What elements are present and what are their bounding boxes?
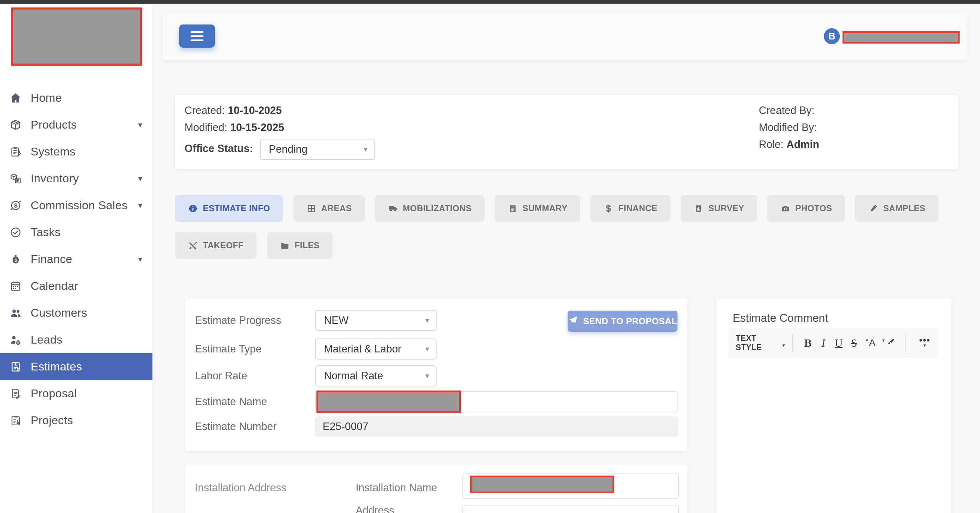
estimate-tabs-row-1: ESTIMATE INFOAREASMOBILIZATIONSSUMMARY$F…	[175, 195, 939, 222]
chevron-down-icon: ▾	[924, 343, 926, 348]
created-by: Created By:	[759, 105, 817, 117]
chevron-down-icon: ▾	[138, 120, 142, 130]
chevron-down-icon: ▾	[782, 342, 785, 348]
bold-button[interactable]: B	[800, 337, 816, 349]
labor-rate-select[interactable]: Normal Rate ▾	[315, 365, 437, 386]
text-style-button[interactable]: TEXT STYLE▾	[736, 334, 785, 352]
address-input[interactable]: 53 Madison Avenue	[463, 505, 679, 513]
sidebar-item-customers[interactable]: Customers	[0, 299, 153, 326]
sidebar-item-label: Projects	[30, 414, 73, 427]
estimate-name-input[interactable]	[315, 391, 678, 412]
sidebar-item-label: Tasks	[30, 226, 60, 239]
projects-clipboard-icon	[9, 414, 22, 427]
mobilizations-truck-icon	[388, 203, 398, 214]
installation-address-card: Installation Address Installation Name A…	[185, 465, 687, 513]
sidebar-item-projects[interactable]: Projects	[0, 407, 153, 434]
sidebar-item-home[interactable]: Home	[0, 84, 153, 111]
sidebar-item-label: Customers	[30, 306, 87, 319]
sidebar-item-label: Calendar	[30, 279, 78, 292]
chevron-down-icon: ▾	[882, 337, 885, 343]
font-color-button[interactable]: ▾A	[862, 337, 880, 349]
company-logo-redacted	[11, 8, 142, 66]
tab-label: TAKEOFF	[203, 240, 243, 250]
customers-users-icon	[9, 306, 22, 320]
installation-address-section-label: Installation Address	[195, 482, 286, 494]
dollar-char-icon: $	[603, 203, 614, 214]
topbar: B	[163, 14, 968, 60]
sidebar-item-estimates[interactable]: $Estimates	[0, 353, 153, 380]
sidebar-item-label: Systems	[30, 145, 76, 158]
installation-name-input[interactable]	[463, 473, 679, 499]
tab-label: SAMPLES	[883, 203, 925, 213]
tab-samples[interactable]: SAMPLES	[855, 195, 938, 222]
chevron-down-icon: ▾	[138, 201, 142, 210]
tab-areas[interactable]: AREAS	[293, 195, 365, 222]
estimate-type-select[interactable]: Material & Labor ▾	[315, 338, 437, 360]
tab-files[interactable]: FILES	[267, 232, 332, 259]
tab-estimate-info[interactable]: ESTIMATE INFO	[175, 195, 283, 222]
highlight-color-button[interactable]: ▾	[880, 337, 898, 348]
svg-text:$: $	[14, 362, 17, 366]
svg-text:$: $	[14, 202, 18, 209]
finance-moneybag-icon: $	[9, 253, 22, 266]
tab-label: ESTIMATE INFO	[203, 203, 270, 213]
survey-chart-icon	[694, 203, 704, 214]
tab-label: MOBILIZATIONS	[403, 203, 472, 213]
tab-takeoff[interactable]: TAKEOFF	[175, 232, 256, 259]
estimates-invoice-icon: $	[9, 360, 22, 373]
sidebar-item-proposal[interactable]: Proposal	[0, 380, 153, 407]
tab-label: FILES	[295, 240, 320, 250]
strikethrough-button[interactable]: S	[846, 337, 862, 349]
italic-button[interactable]: I	[816, 337, 831, 349]
takeoff-tools-icon	[188, 240, 198, 251]
sidebar-item-label: Leads	[30, 333, 63, 346]
sidebar-item-label: Proposal	[30, 387, 77, 400]
photos-camera-icon	[780, 203, 791, 214]
tab-label: AREAS	[321, 203, 352, 213]
underline-button[interactable]: U	[831, 337, 846, 349]
sidebar-item-leads[interactable]: $Leads	[0, 326, 153, 353]
sidebar-item-finance[interactable]: $Finance▾	[0, 246, 153, 273]
tab-survey[interactable]: SURVEY	[681, 195, 757, 222]
chevron-down-icon: ▾	[425, 372, 429, 380]
svg-text:$: $	[14, 257, 17, 262]
sidebar: HomeProducts▾SystemsInventory▾$Commissio…	[0, 4, 153, 513]
more-options-button[interactable]: ••• ▾	[918, 338, 932, 348]
modified-by: Modified By:	[759, 121, 820, 134]
comment-editor-toolbar: TEXT STYLE▾ B I U S ▾A ▾ ••• ▾	[729, 328, 939, 357]
sidebar-item-label: Home	[30, 91, 62, 105]
systems-clipboard-icon	[9, 145, 22, 159]
sidebar-item-products[interactable]: Products▾	[0, 111, 153, 138]
estimate-type-label: Estimate Type	[195, 343, 315, 355]
tab-finance[interactable]: $FINANCE	[590, 195, 670, 222]
leads-user-dollar-icon: $	[9, 333, 22, 347]
send-to-proposal-button[interactable]: SEND TO PROPOSAL	[568, 311, 678, 332]
info-circle-icon	[188, 203, 198, 214]
chevron-down-icon: ▾	[425, 316, 429, 325]
labor-rate-label: Labor Rate	[195, 370, 315, 382]
tab-photos[interactable]: PHOTOS	[767, 195, 845, 222]
inventory-boxes-icon	[9, 172, 22, 186]
window-top-strip	[0, 0, 980, 4]
comment-editor-area[interactable]	[729, 357, 939, 507]
menu-toggle-button[interactable]	[179, 24, 215, 48]
estimate-progress-select[interactable]: NEW ▾	[315, 310, 437, 331]
sidebar-item-inventory[interactable]: Inventory▾	[0, 165, 153, 192]
user-avatar[interactable]: B	[824, 28, 840, 44]
home-icon	[9, 91, 22, 105]
sidebar-item-label: Estimates	[30, 360, 82, 373]
estimate-info-form-card: Estimate Progress NEW ▾ Estimate Type Ma…	[185, 299, 687, 451]
estimate-name-label: Estimate Name	[195, 395, 315, 408]
toolbar-divider	[905, 334, 905, 352]
tab-label: PHOTOS	[795, 203, 832, 213]
office-status-select[interactable]: Pending ▾	[260, 139, 375, 160]
estimate-number-label: Estimate Number	[195, 421, 315, 433]
sidebar-item-calendar[interactable]: Calendar	[0, 273, 153, 299]
tab-summary[interactable]: SUMMARY	[495, 195, 581, 222]
hamburger-icon	[191, 31, 204, 41]
sidebar-item-commission-sales[interactable]: $Commission Sales▾	[0, 192, 153, 219]
sidebar-item-label: Products	[30, 118, 77, 131]
sidebar-item-tasks[interactable]: Tasks	[0, 219, 153, 246]
sidebar-item-systems[interactable]: Systems	[0, 138, 153, 165]
tab-mobilizations[interactable]: MOBILIZATIONS	[375, 195, 485, 222]
